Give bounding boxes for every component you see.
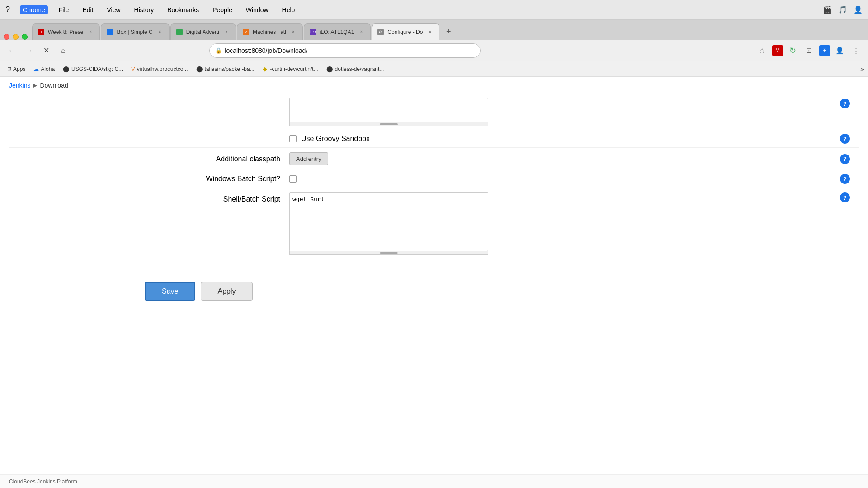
bookmark-curtin-label: ~curtin-dev/curtin/t... [269, 66, 318, 72]
bookmark-virtualhw-label: virtualhw.productco... [137, 66, 188, 72]
top-textarea-wrapper [289, 98, 488, 126]
apps-icon: ⊞ [7, 66, 11, 72]
menubar-file[interactable]: File [56, 5, 72, 14]
tab-close-week8[interactable]: × [87, 28, 94, 36]
help-icon-classpath[interactable]: ? [840, 154, 850, 164]
tab-title-week8: Week 8: Prese [48, 29, 83, 35]
menubar-bookmarks[interactable]: Bookmarks [165, 5, 202, 14]
star-icon[interactable]: ☆ [756, 44, 769, 57]
extensions-icon[interactable]: ⊞ [819, 45, 830, 56]
menubar-edit[interactable]: Edit [80, 5, 96, 14]
help-icon-groovy-sandbox[interactable]: ? [840, 134, 850, 144]
menubar-history[interactable]: History [132, 5, 157, 14]
bookmark-dotless[interactable]: ⬤ dotless-de/vagrant... [323, 64, 388, 74]
window-maximize[interactable] [22, 34, 28, 40]
help-icon-groovy[interactable]: ? [840, 99, 850, 108]
windows-batch-control [289, 175, 297, 183]
url-text: localhost:8080/job/Download/ [225, 47, 307, 54]
add-entry-button[interactable]: Add entry [289, 152, 328, 165]
breadcrumb: Jenkins ▶ Download [0, 77, 868, 94]
bookmarks-bar: ⊞ Apps ☁ Aloha ⬤ USGS-CIDA/stig: C... V … [0, 61, 868, 77]
menubar-view[interactable]: View [104, 5, 123, 14]
help-icon-shell-batch[interactable]: ? [840, 192, 850, 202]
window-close[interactable] [4, 34, 9, 40]
breadcrumb-jenkins-link[interactable]: Jenkins [9, 82, 30, 89]
browser-chrome: I Week 8: Prese × Box | Simple C × Digit… [0, 20, 868, 77]
bookmark-apps-label: Apps [13, 66, 25, 72]
cast-icon[interactable]: ⊡ [803, 44, 816, 57]
tab-digital[interactable]: Digital Adverti × [170, 23, 236, 40]
window-minimize[interactable] [13, 34, 19, 40]
address-actions: ☆ M ↻ ⊡ ⊞ 👤 ⋮ [756, 44, 863, 57]
bookmark-taliesins[interactable]: ⬤ taliesins/packer-ba... [193, 64, 258, 74]
tab-title-ilo: iLO: ATL1QA1 [320, 29, 354, 35]
bookmark-curtin[interactable]: ◆ ~curtin-dev/curtin/t... [259, 64, 322, 74]
menubar-window[interactable]: Window [243, 5, 271, 14]
bookmark-dotless-label: dotless-de/vagrant... [335, 66, 384, 72]
menu-icon[interactable]: ⋮ [850, 44, 863, 57]
shell-batch-textarea[interactable] [289, 192, 488, 251]
address-bar: ← → ✕ ⌂ 🔒 localhost:8080/job/Download/ ☆… [0, 40, 868, 61]
tab-favicon-box [107, 29, 113, 35]
shell-batch-label-wrapper: Shell/Batch Script [9, 192, 289, 203]
shell-batch-label: Shell/Batch Script [223, 195, 280, 203]
menu-icon-music: 🎵 [838, 5, 847, 14]
groovy-script-textarea[interactable] [289, 98, 488, 122]
github-icon-1: ⬤ [63, 66, 70, 72]
bookmarks-more-button[interactable]: » [860, 65, 864, 73]
top-textarea-section: ? [9, 94, 859, 130]
back-button[interactable]: ← [5, 44, 18, 57]
profile-icon[interactable]: 👤 [834, 44, 846, 57]
download-icon[interactable]: M [772, 45, 783, 56]
page-content: Jenkins ▶ Download ? Use Groovy Sandbox [0, 77, 868, 488]
bookmark-aloha[interactable]: ☁ Aloha [30, 65, 58, 74]
tab-ilo[interactable]: iLO iLO: ATL1QA1 × [304, 23, 371, 40]
forward-button[interactable]: → [23, 44, 35, 57]
virtualhw-icon: V [131, 66, 135, 72]
windows-batch-row: Windows Batch Script? ? [9, 170, 859, 188]
tab-close-digital[interactable]: × [223, 28, 230, 36]
apply-button[interactable]: Apply [201, 282, 252, 301]
use-groovy-sandbox-checkbox[interactable] [289, 135, 297, 142]
additional-classpath-row: Additional classpath Add entry ? [9, 147, 859, 170]
bookmark-usgs-label: USGS-CIDA/stig: C... [71, 66, 123, 72]
help-icon-windows-batch[interactable]: ? [840, 174, 850, 184]
menubar-people[interactable]: People [210, 5, 235, 14]
menubar-right: 🎬 🎵 👤 [823, 5, 863, 14]
home-button[interactable]: ⌂ [57, 44, 70, 57]
tab-favicon-configure: ⚙ [377, 29, 384, 35]
bookmark-virtualhw[interactable]: V virtualhw.productco... [127, 64, 191, 74]
use-groovy-sandbox-label: Use Groovy Sandbox [301, 135, 370, 143]
tab-close-ilo[interactable]: × [358, 28, 365, 36]
additional-classpath-label: Additional classpath [216, 155, 280, 163]
tab-box[interactable]: Box | Simple C × [101, 23, 169, 40]
shell-batch-row: Shell/Batch Script ? [9, 188, 859, 259]
menu-icon-film: 🎬 [823, 5, 832, 14]
scroll-indicator [380, 123, 398, 125]
bookmark-usgs[interactable]: ⬤ USGS-CIDA/stig: C... [59, 64, 127, 74]
menubar: ? Chrome File Edit View History Bookmark… [0, 0, 868, 20]
save-button[interactable]: Save [145, 282, 195, 301]
bookmark-apps[interactable]: ⊞ Apps [4, 65, 29, 74]
tab-close-box[interactable]: × [156, 28, 164, 36]
tab-configure[interactable]: ⚙ Configure - Do × [372, 23, 439, 40]
tab-favicon-week8: I [38, 29, 44, 35]
tab-close-configure[interactable]: × [426, 28, 434, 36]
menubar-help[interactable]: Help [279, 5, 298, 14]
menubar-chrome[interactable]: Chrome [20, 5, 48, 14]
new-tab-button[interactable]: + [440, 23, 457, 40]
address-input-wrapper[interactable]: 🔒 localhost:8080/job/Download/ [209, 43, 481, 58]
bookmark-taliesins-label: taliesins/packer-ba... [205, 66, 255, 72]
groovy-sandbox-control: Use Groovy Sandbox [289, 135, 370, 143]
refresh-icon[interactable]: ↻ [787, 44, 799, 57]
bookmark-aloha-label: Aloha [41, 66, 55, 72]
github-icon-2: ⬤ [196, 66, 203, 72]
tab-close-machines[interactable]: × [290, 28, 297, 36]
breadcrumb-separator: ▶ [33, 82, 37, 89]
apple-menu[interactable]: ? [5, 5, 10, 14]
windows-batch-checkbox[interactable] [289, 175, 297, 183]
tab-machines[interactable]: M Machines | atl × [237, 23, 303, 40]
reload-button[interactable]: ✕ [40, 44, 52, 57]
tab-week8[interactable]: I Week 8: Prese × [32, 23, 100, 40]
action-buttons: Save Apply [9, 259, 859, 310]
